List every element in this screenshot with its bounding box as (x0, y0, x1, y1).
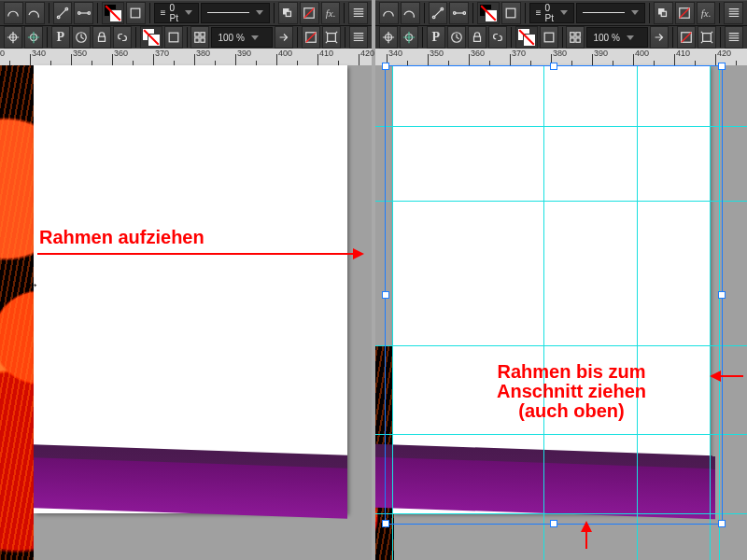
svg-rect-15 (195, 38, 199, 42)
no-shadow-icon[interactable] (278, 2, 298, 24)
resize-cursor-horizontal[interactable]: ↔ (26, 278, 39, 291)
zoom-swatch-icon[interactable] (190, 26, 209, 49)
semicircle-icon[interactable] (25, 2, 45, 24)
lock-icon[interactable] (468, 26, 486, 49)
registration-icon[interactable] (4, 26, 22, 49)
box-icon[interactable] (126, 2, 146, 24)
svg-rect-34 (571, 38, 574, 42)
svg-rect-35 (576, 38, 580, 42)
no-gradient-icon[interactable] (675, 2, 695, 24)
registration-icon[interactable] (400, 26, 418, 49)
registration-icon[interactable] (379, 26, 398, 49)
clock-icon[interactable] (447, 26, 466, 49)
svg-rect-6 (287, 11, 291, 16)
svg-rect-30 (473, 36, 480, 41)
svg-rect-13 (195, 33, 199, 36)
page-left (34, 65, 347, 513)
svg-rect-25 (662, 11, 667, 16)
svg-rect-23 (507, 8, 516, 18)
line-diag-icon[interactable] (53, 2, 73, 24)
ruler-right[interactable]: 340350360370380390400410420 (375, 49, 747, 66)
registration-icon[interactable] (24, 26, 43, 49)
svg-rect-11 (98, 36, 105, 41)
annotation-right-text: Rahmen bis zum Anschnitt ziehen (auch ob… (497, 362, 646, 421)
line-horiz-icon[interactable] (449, 2, 469, 24)
selection-handle[interactable] (382, 63, 389, 70)
semicircle-icon[interactable] (4, 2, 23, 24)
no-effect-icon[interactable] (677, 26, 696, 49)
selection-handle[interactable] (718, 520, 726, 527)
toolbar-right: ≡0 Ptfx.P100 % (375, 0, 747, 50)
swatch-stroke-icon[interactable] (140, 27, 162, 48)
ruler-left[interactable]: 330340350360370380390400410420 (0, 49, 372, 66)
semicircle-icon[interactable] (401, 2, 420, 24)
selection-handle[interactable] (718, 63, 726, 70)
annotation-left-text: Rahmen aufziehen (39, 228, 204, 247)
swatch-fill-icon[interactable] (477, 3, 500, 23)
selection-handle[interactable] (550, 520, 557, 527)
purple-band-front (34, 457, 347, 519)
extend-icon[interactable] (322, 26, 341, 49)
zoom-field[interactable]: 100 % (211, 27, 273, 48)
svg-rect-37 (703, 34, 712, 42)
paragraph-style-button[interactable]: P (51, 26, 70, 49)
lock-icon[interactable] (92, 26, 111, 49)
selection-handle[interactable] (382, 291, 389, 299)
stroke-weight-field[interactable]: ≡0 Pt (154, 3, 199, 23)
selection-handle[interactable] (718, 291, 726, 299)
paragraph-style-button[interactable]: P (427, 26, 445, 49)
swatch-fill-icon[interactable] (102, 3, 124, 23)
annotation-right-arrow-h (721, 375, 743, 377)
svg-rect-14 (201, 33, 204, 36)
selection-frame[interactable] (385, 65, 723, 525)
para-align-icon[interactable] (348, 2, 368, 24)
box-icon[interactable] (164, 26, 183, 49)
para-align-icon[interactable] (724, 2, 743, 24)
zoom-field[interactable]: 100 % (586, 27, 648, 48)
line-diag-icon[interactable] (429, 2, 448, 24)
svg-rect-31 (544, 33, 554, 42)
stroke-style-dropdown[interactable] (576, 3, 645, 23)
selection-handle[interactable] (550, 63, 557, 70)
chain-icon[interactable] (488, 26, 507, 49)
workspace-left[interactable]: ↔ Rahmen aufziehen (0, 65, 372, 560)
semicircle-icon[interactable] (379, 2, 399, 24)
svg-rect-18 (328, 34, 336, 42)
arrow-right-icon[interactable] (275, 26, 293, 49)
annotation-left-arrow (37, 253, 353, 255)
toolbar-left: ≡0 Ptfx.P100 % (0, 0, 372, 50)
swatch-stroke-icon[interactable] (515, 27, 538, 48)
arrow-right-icon[interactable] (650, 26, 669, 49)
chain-icon[interactable] (113, 26, 132, 49)
svg-rect-4 (132, 8, 141, 18)
left-image-strip (0, 65, 34, 560)
zoom-swatch-icon[interactable] (566, 26, 585, 49)
no-shadow-icon[interactable] (654, 2, 673, 24)
stroke-style-dropdown[interactable] (201, 3, 270, 23)
para-align-icon[interactable] (725, 26, 743, 49)
workspace-right[interactable]: Rahmen bis zum Anschnitt ziehen (auch ob… (375, 65, 747, 560)
svg-rect-12 (169, 33, 178, 42)
extend-icon[interactable] (698, 26, 716, 49)
box-icon[interactable] (540, 26, 558, 49)
no-gradient-icon[interactable] (300, 2, 319, 24)
para-align-icon[interactable] (349, 26, 368, 49)
annotation-right-arrow-v (585, 532, 587, 549)
stroke-weight-field[interactable]: ≡0 Pt (529, 3, 574, 23)
svg-rect-16 (201, 38, 204, 42)
fx-button[interactable]: fx. (321, 2, 341, 24)
clock-icon[interactable] (72, 26, 91, 49)
line-horiz-icon[interactable] (74, 2, 93, 24)
no-effect-icon[interactable] (302, 26, 320, 49)
svg-rect-32 (571, 33, 574, 36)
svg-rect-33 (576, 33, 580, 36)
box-icon[interactable] (501, 2, 521, 24)
selection-handle[interactable] (382, 520, 389, 527)
fx-button[interactable]: fx. (697, 2, 716, 24)
